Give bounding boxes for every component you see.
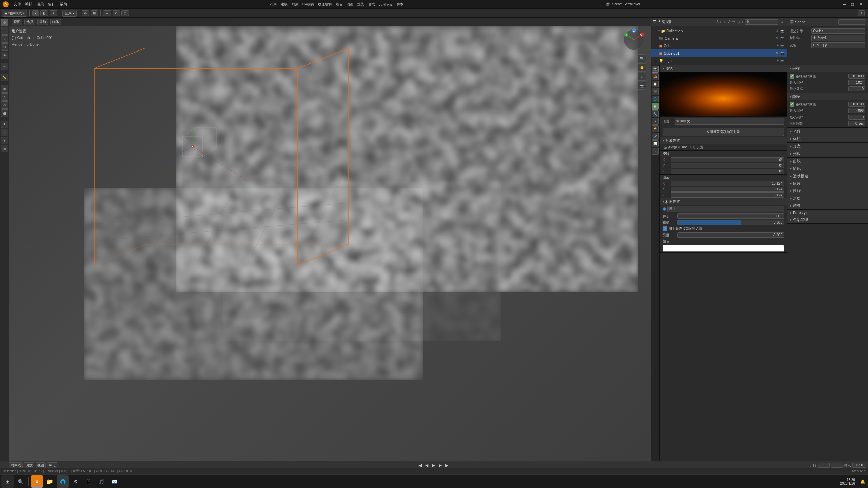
simplify-header[interactable]: ▶ 简化 (787, 165, 868, 172)
menu-edit[interactable]: 编辑 (23, 1, 35, 7)
tool-loop-cut[interactable]: ⊞ (1, 145, 8, 152)
workspace-layout[interactable]: 布局 (268, 1, 279, 7)
timeline-type-select[interactable]: 时间线 (9, 462, 23, 468)
taskbar-start[interactable]: ⊞ (1, 475, 14, 488)
prop-tab-data[interactable]: 📊 (652, 140, 659, 147)
scale-z-input[interactable]: 10.124 (671, 192, 784, 198)
viewport-menu-add[interactable]: 添加 (37, 19, 48, 25)
scale-x-input[interactable]: 10.124 (671, 181, 784, 186)
workspace-shading[interactable]: 着色 (334, 1, 344, 7)
taskbar-app6[interactable]: 📧 (108, 475, 120, 488)
viewport-zoom-out[interactable]: ⊖ (638, 73, 646, 81)
workspace-composite[interactable]: 合成 (366, 1, 377, 7)
outliner-render-collection[interactable]: 📷 (780, 29, 785, 33)
current-frame-input[interactable]: 1 (831, 463, 843, 468)
tool-rotate[interactable]: ↺ (1, 35, 8, 43)
scene-name[interactable]: Scene (611, 2, 623, 6)
film-header[interactable]: ▶ 胶片 (787, 180, 868, 187)
prop-tab-modifier[interactable]: 🔧 (652, 110, 659, 117)
timeline-marker-select[interactable]: 标记 (47, 462, 57, 468)
rotation-header[interactable]: 旋转 (660, 151, 787, 157)
denoise-max-value[interactable]: 4096 (848, 108, 865, 113)
workspace-texture[interactable]: 纹理绘制 (316, 1, 334, 7)
use-input-checkbox[interactable]: ✓ (663, 226, 667, 231)
tool-extrude[interactable]: ⬆ (1, 121, 8, 128)
outliner-item-collection[interactable]: ▾ 📁 Collection 👁 📷 (651, 27, 787, 35)
prop-tab-scene[interactable]: 🎬 (652, 88, 659, 95)
tool-add-cylinder[interactable]: ⬭ (1, 101, 8, 109)
material-slot-select[interactable]: 质 1 (667, 206, 784, 212)
viewport-pan[interactable]: ✋ (638, 63, 646, 72)
light-paths-header[interactable]: ▶ 光程 (787, 128, 868, 135)
taskbar-blender[interactable]: B (31, 475, 43, 488)
menu-window[interactable]: 窗口 (46, 1, 58, 7)
window-minimize[interactable]: ─ (840, 2, 849, 7)
step-fwd-btn[interactable]: ▶ (438, 463, 443, 468)
workspace-sculpt[interactable]: 雕刻 (290, 1, 300, 7)
workspace-modeling[interactable]: 建模 (279, 1, 290, 7)
tool-bevel[interactable]: ◈ (1, 137, 8, 144)
transform-move[interactable]: ↔ (103, 10, 111, 16)
rotation-y-input[interactable]: 0° (671, 163, 784, 168)
tool-transform[interactable]: ⊕ (1, 52, 8, 59)
viewport-3d[interactable]: 用户透视 (1) Collection | Cube.001 Rendering… (9, 18, 651, 461)
tool-inset[interactable]: ⬛ (1, 129, 8, 136)
viewport-menu-select[interactable]: 选择 (24, 19, 35, 25)
workspace-uv[interactable]: UV编辑 (300, 1, 316, 7)
menu-help[interactable]: 帮助 (58, 1, 69, 7)
end-frame-input[interactable]: 1250 (852, 463, 866, 468)
tool-annotate[interactable]: ✏ (1, 63, 8, 70)
viewport-shading-render[interactable]: ☀ (50, 10, 57, 16)
rotation-z-input[interactable]: 0° (671, 169, 784, 174)
denoise-path-value[interactable]: 0.0100 (848, 102, 865, 107)
brightness-input[interactable]: -0.300 (677, 232, 784, 238)
prop-tab-render[interactable]: 📷 (652, 66, 659, 73)
device-select[interactable]: GPU 计算 (811, 42, 865, 48)
snap-btn[interactable]: ⊞ (91, 10, 98, 16)
prop-tab-constraints[interactable]: 🔗 (652, 133, 659, 140)
viewport-zoom-in[interactable]: 🔍 (638, 54, 646, 62)
rotation-x-input[interactable]: 0° (671, 157, 784, 162)
prop-tab-output[interactable]: 📤 (652, 73, 659, 80)
scale-header[interactable]: 缩放 (660, 175, 787, 181)
prop-tab-viewlayer[interactable]: 📋 (652, 81, 659, 87)
sampling-header[interactable]: ▾ 采样 ⋯ (787, 65, 868, 72)
denoise-header[interactable]: ▾ 降噪 (787, 93, 868, 100)
taskbar-chrome[interactable]: 🌐 (57, 475, 69, 488)
language-select[interactable]: 简体中文 (675, 118, 784, 125)
timeline-menu[interactable]: ☰ (2, 463, 8, 467)
jump-to-start-btn[interactable]: |◀ (417, 463, 423, 468)
tool-cursor[interactable]: ✛ (1, 19, 8, 26)
prop-tab-object[interactable]: ▣ (652, 103, 659, 110)
denoise-min-value[interactable]: 0 (848, 115, 865, 120)
path-guiding-value[interactable]: 0.1000 (848, 74, 865, 79)
outliner-eye-cube[interactable]: 👁 (775, 44, 780, 47)
viewport-shading-solid[interactable]: ● (32, 10, 39, 16)
object-settings-header[interactable]: ▾ 对象设置 (660, 137, 787, 144)
outliner-render-cube[interactable]: 📷 (780, 44, 785, 47)
viewport-camera-view[interactable]: 📷 (638, 82, 646, 90)
outliner-render-light[interactable]: 📷 (780, 59, 785, 62)
taskbar-search[interactable]: 🔍 (14, 475, 26, 488)
denoise-checkbox[interactable]: ✓ (790, 102, 794, 107)
viewport-shading-material[interactable]: ◐ (40, 10, 48, 16)
start-frame-input[interactable]: 1 (818, 463, 830, 468)
path-guiding-checkbox[interactable]: ✓ (790, 74, 794, 79)
navigation-gizmo[interactable]: X Y Z (622, 28, 646, 52)
view-layer-name[interactable]: ViewLayer (623, 2, 642, 6)
window-maximize[interactable]: □ (849, 2, 856, 7)
volume-header[interactable]: ▶ 体积 (787, 135, 868, 142)
freestyle-header[interactable]: ▶ Freestyle (787, 210, 868, 216)
outliner-eye-cube001[interactable]: 👁 (775, 52, 780, 55)
color-swatch[interactable] (663, 245, 784, 252)
transform-rotate[interactable]: ↺ (113, 10, 120, 16)
tool-measure[interactable]: 📏 (1, 74, 8, 81)
bake-header[interactable]: ▶ 烘焙 (787, 195, 868, 202)
menu-render[interactable]: 渲染 (35, 1, 46, 7)
taskbar-app4[interactable]: 📱 (82, 475, 95, 488)
max-samples-value[interactable]: 1024 (848, 80, 865, 85)
min-samples-value[interactable]: 0 (848, 86, 865, 92)
jump-to-end-btn[interactable]: ▶| (444, 463, 450, 468)
apply-button[interactable]: 应用将首选项适定对象 (663, 128, 784, 136)
feature-set-select[interactable]: 支持特性 (811, 35, 865, 41)
